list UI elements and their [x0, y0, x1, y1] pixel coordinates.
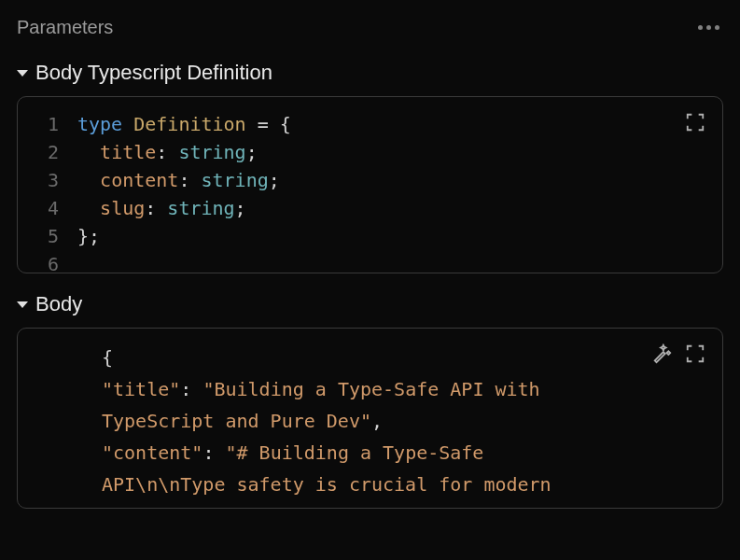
code-line: 3 content: string; — [35, 166, 705, 194]
code-line: 6 — [35, 250, 705, 273]
definition-code-content: 1type Definition = {2 title: string;3 co… — [35, 110, 705, 273]
body-code-editor[interactable]: { "title": "Building a Type-Safe API wit… — [17, 328, 723, 509]
definition-section: Body Typescript Definition 1type Definit… — [17, 61, 723, 273]
expand-icon[interactable] — [685, 112, 705, 133]
definition-section-title: Body Typescript Definition — [35, 61, 272, 85]
body-code-content: { "title": "Building a Type-Safe API wit… — [35, 342, 705, 500]
code-line: 4 slug: string; — [35, 194, 705, 222]
body-section: Body { "title": "Building a Type-Safe AP… — [17, 292, 723, 509]
line-number: 4 — [35, 194, 59, 222]
body-section-title: Body — [35, 292, 82, 316]
code-line: 2 title: string; — [35, 138, 705, 166]
magic-wand-icon[interactable] — [651, 343, 672, 364]
more-options-button[interactable] — [694, 21, 723, 34]
definition-code-editor[interactable]: 1type Definition = {2 title: string;3 co… — [17, 96, 723, 273]
line-number: 3 — [35, 166, 59, 194]
line-number: 5 — [35, 222, 59, 250]
definition-section-toggle[interactable]: Body Typescript Definition — [17, 61, 723, 85]
json-line: "title": "Building a Type-Safe API with — [102, 373, 631, 405]
json-line: TypeScript and Pure Dev", — [102, 405, 631, 437]
body-section-toggle[interactable]: Body — [17, 292, 723, 316]
code-line: 5}; — [35, 222, 705, 250]
panel-header: Parameters — [17, 17, 723, 38]
json-line: { — [102, 342, 631, 373]
line-number: 2 — [35, 138, 59, 166]
json-line: "content": "# Building a Type-Safe — [102, 437, 631, 469]
code-line: 1type Definition = { — [35, 110, 705, 138]
expand-icon[interactable] — [685, 343, 705, 364]
chevron-down-icon — [17, 301, 28, 308]
panel-title: Parameters — [17, 17, 113, 38]
line-number: 1 — [35, 110, 59, 138]
json-line: API\n\nType safety is crucial for modern — [102, 469, 631, 500]
chevron-down-icon — [17, 70, 28, 77]
line-number: 6 — [35, 250, 59, 273]
parameters-panel: Parameters Body Typescript Definition 1t… — [0, 0, 740, 544]
